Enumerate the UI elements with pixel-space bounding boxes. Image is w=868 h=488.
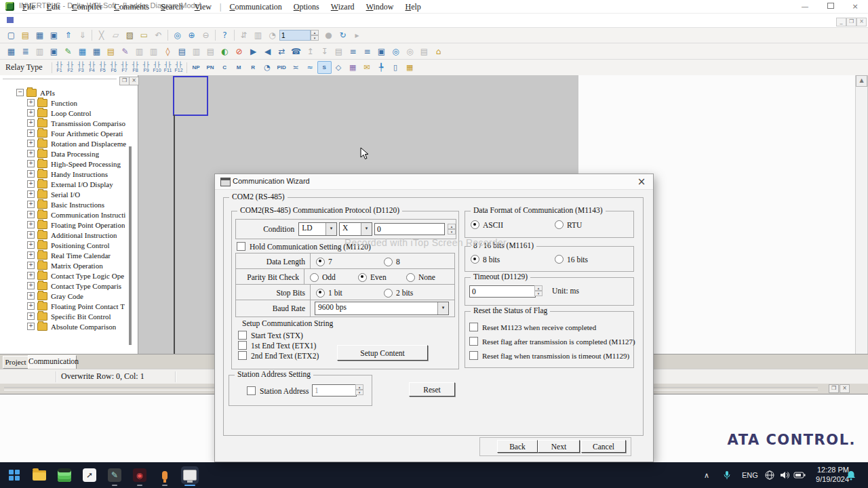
menu-item[interactable]: Window xyxy=(361,1,399,13)
zoom-window-icon[interactable]: ◎ xyxy=(389,45,403,58)
expand-icon[interactable] xyxy=(27,119,35,127)
radio-option[interactable]: 2 bits xyxy=(384,289,452,298)
upload-program-icon[interactable]: ⇑ xyxy=(62,29,75,41)
pointer-icon[interactable]: ▸ xyxy=(351,29,364,41)
expand-icon[interactable] xyxy=(27,201,35,208)
tree-scrollbar[interactable] xyxy=(129,146,132,345)
expand-icon[interactable] xyxy=(27,190,35,198)
radio-option[interactable]: 16 bits xyxy=(555,255,639,264)
mdi-minimize-button[interactable]: _ xyxy=(836,18,846,26)
tray-clock[interactable]: 12:28 PM 9/19/2024 xyxy=(816,465,849,484)
copy-icon[interactable]: ▱ xyxy=(109,29,123,41)
panel-restore-button[interactable]: ❒ xyxy=(829,384,839,393)
print-list-icon[interactable]: ▥ xyxy=(147,45,161,58)
ladder-fkey-button[interactable]: F2 xyxy=(65,61,76,75)
ladder-fkey-button[interactable]: F7 xyxy=(119,61,130,75)
device-monitor-icon[interactable]: ▤ xyxy=(332,45,346,58)
reset-button[interactable]: Reset xyxy=(409,382,455,396)
menu-item[interactable]: File xyxy=(18,1,40,13)
interrupt-icon[interactable]: ╄ xyxy=(374,61,389,74)
expand-icon[interactable] xyxy=(27,282,35,289)
ladder-monitor-icon[interactable]: ▦ xyxy=(76,45,90,58)
read-from-plc-icon[interactable]: ◀ xyxy=(261,45,275,58)
tree-item[interactable]: Serial I/O xyxy=(16,189,126,199)
tray-volume-icon[interactable] xyxy=(780,462,789,488)
tree-item[interactable]: Handy Instructions xyxy=(16,169,126,179)
menu-item[interactable]: Comments xyxy=(109,1,154,13)
radio-option[interactable]: ASCII xyxy=(471,220,555,229)
paste-icon[interactable]: ▨ xyxy=(123,29,137,41)
screen-recorder-button[interactable]: ◉ xyxy=(131,466,149,484)
step-spinner[interactable] xyxy=(311,30,319,41)
simulator-icon[interactable]: ◐ xyxy=(218,45,232,58)
tab-project[interactable]: Project xyxy=(3,356,28,369)
help-icon[interactable]: ? xyxy=(218,29,232,41)
mdi-restore-button[interactable]: ❒ xyxy=(846,18,856,26)
radio-option[interactable]: 1 bit xyxy=(316,289,384,298)
instruction-list-icon[interactable]: ≣ xyxy=(19,45,33,58)
plc-monitor-icon[interactable]: ▣ xyxy=(47,45,61,58)
menu-item[interactable]: Help xyxy=(400,1,425,13)
tray-microphone-icon[interactable] xyxy=(723,462,731,488)
tree-item[interactable]: Matrix Operation xyxy=(16,260,126,270)
radio-option[interactable]: Odd xyxy=(310,273,358,282)
pen-edit-icon[interactable]: ✎ xyxy=(119,45,132,58)
condition-op-select[interactable]: LD xyxy=(298,222,337,236)
tray-chevron-button[interactable]: ∧ xyxy=(704,462,709,488)
compile-ladder-icon[interactable]: ▤ xyxy=(176,45,189,58)
ladder-fkey-button[interactable]: F10 xyxy=(152,61,163,75)
tree-item[interactable]: Function xyxy=(16,98,126,108)
force-on-icon[interactable]: ↥ xyxy=(304,45,317,58)
baud-rate-select[interactable]: 9600 bps xyxy=(315,302,449,315)
ladder-fkey-button[interactable]: F5 xyxy=(98,61,108,75)
setup-checkbox[interactable]: 2nd End Text (ETX2) xyxy=(238,350,319,361)
comment-editor-icon[interactable]: ▤ xyxy=(104,45,118,58)
download-program-icon[interactable]: ⇓ xyxy=(76,29,90,41)
tree-item[interactable]: Additional Instruction xyxy=(16,230,126,240)
radio-option[interactable]: RTU xyxy=(555,220,639,229)
collapse-icon[interactable] xyxy=(16,89,24,96)
menu-item[interactable]: View xyxy=(190,1,216,13)
expand-icon[interactable] xyxy=(27,221,35,228)
eraser-icon[interactable]: ▭ xyxy=(138,29,151,41)
expand-icon[interactable] xyxy=(27,241,35,249)
dialog-titlebar[interactable]: Communication Wizard xyxy=(215,174,653,190)
zoom-sel-icon[interactable]: ◎ xyxy=(403,45,417,58)
station-address-input[interactable] xyxy=(312,384,357,396)
panel-drag-handle[interactable] xyxy=(3,79,117,82)
tray-battery-icon[interactable] xyxy=(793,462,806,488)
tree-item[interactable]: Absolute Comparison xyxy=(16,321,126,331)
transfer-setup-icon[interactable]: ⇵ xyxy=(237,29,251,41)
record-icon[interactable]: ● xyxy=(322,29,336,41)
zoom-out-icon[interactable]: ⊖ xyxy=(199,29,213,41)
tree-item[interactable]: Transmission Compariso xyxy=(16,118,126,128)
step-ladder-icon[interactable]: S xyxy=(317,61,332,74)
menu-item[interactable]: Edit xyxy=(42,1,65,13)
verify-icon[interactable]: ⇄ xyxy=(275,45,289,58)
timer-icon[interactable]: ◔ xyxy=(260,61,275,74)
menu-item[interactable]: Compiler xyxy=(67,1,107,13)
tree-item[interactable]: Four Arithmetic Operati xyxy=(16,128,126,138)
print-ladder-icon[interactable]: ▥ xyxy=(133,45,146,58)
ladder-fkey-button[interactable]: F3 xyxy=(76,61,87,75)
panel-close-button[interactable]: × xyxy=(840,384,850,393)
screencast-app-button[interactable]: ➚ xyxy=(81,466,98,484)
ladder-fkey-button[interactable]: F9 xyxy=(141,61,152,75)
save-icon[interactable]: ▦ xyxy=(33,29,47,41)
write-to-plc-icon[interactable]: ▶ xyxy=(247,45,260,58)
flag-checkbox[interactable]: Reset M1123 when receive completed xyxy=(469,320,635,334)
tree-item[interactable]: Contact Type Logic Ope xyxy=(16,270,126,281)
panel-close-button[interactable]: × xyxy=(129,77,139,85)
ladder-fkey-button[interactable]: F6 xyxy=(108,61,119,75)
edit-mode-icon[interactable]: ✎ xyxy=(62,45,75,58)
tray-notification-bell-icon[interactable] xyxy=(846,462,856,488)
compile-sfc-icon[interactable]: ▥ xyxy=(190,45,203,58)
expand-icon[interactable] xyxy=(27,109,35,117)
menu-item[interactable]: Search xyxy=(156,1,188,13)
cabinet-icon[interactable]: ▦ xyxy=(403,61,417,74)
expand-icon[interactable] xyxy=(27,312,35,320)
tree-item[interactable]: Basic Instructions xyxy=(16,199,126,209)
counter-icon[interactable]: C xyxy=(218,61,232,74)
np-contact-icon[interactable]: NP xyxy=(189,61,203,74)
ladder-fkey-button[interactable]: F11 xyxy=(163,61,174,75)
